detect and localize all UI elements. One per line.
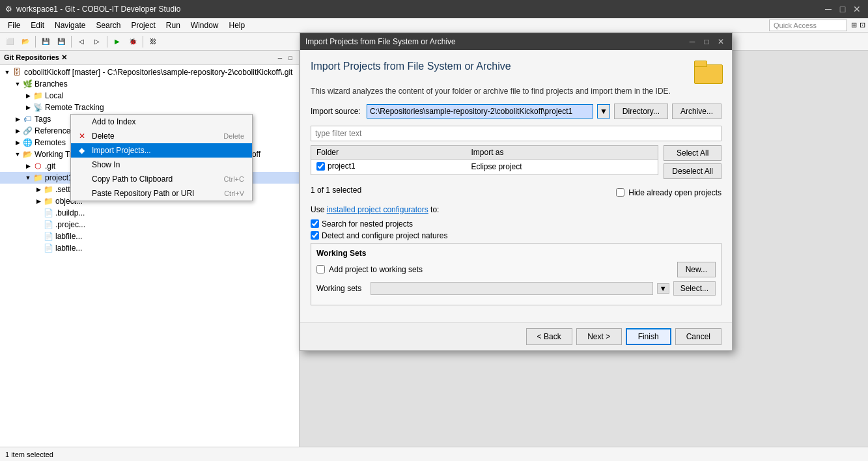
new-working-set-btn[interactable]: New... [677,262,716,277]
detect-natures-row: Detect and configure project natures [311,231,721,240]
titlebar-controls[interactable]: ─ □ ✕ [822,3,863,15]
menu-navigate[interactable]: Navigate [49,20,91,31]
modal-heading: Import Projects from File System or Arch… [311,61,511,72]
close-btn[interactable]: ✕ [851,3,863,15]
archive-btn[interactable]: Archive... [672,104,721,119]
working-tree-toggle[interactable]: ▼ [13,150,22,159]
panel-maximize-icon[interactable]: □ [286,53,295,63]
row-checkbox[interactable] [316,162,325,171]
add-to-working-sets-checkbox[interactable] [316,265,325,273]
object-toggle[interactable]: ▶ [34,197,43,206]
file-table-area: Folder Import as project1 [311,145,721,180]
menu-run[interactable]: Run [161,20,186,31]
working-sets-add-row: Add project to working sets New... [316,262,716,277]
local-icon: 📁 [33,91,43,101]
hide-checkbox[interactable] [616,188,624,197]
remote-tracking-toggle[interactable]: ▶ [23,103,33,112]
left-panel: Git Repositories ✕ ─ □ ▼ 🗄 cobolitKickof… [0,51,300,447]
modal-footer: < Back Next > Finish Cancel [300,322,732,350]
finish-btn[interactable]: Finish [626,328,671,345]
remote-tracking-label: Remote Tracking [45,103,104,112]
nested-checkbox[interactable] [311,219,319,228]
context-menu-import-projects[interactable]: ◆ Import Projects... [71,143,252,158]
context-menu-add-index[interactable]: Add to Index [71,115,252,129]
tree-local[interactable]: ▶ 📁 Local [0,90,299,102]
modal-maximize-btn[interactable]: □ [701,36,712,48]
working-sets-input[interactable] [371,282,653,295]
context-menu-show-in[interactable]: Show In [71,158,252,172]
local-label: Local [45,91,64,100]
import-source-dropdown[interactable]: ▼ [597,104,610,119]
settings-toggle[interactable]: ▶ [34,185,43,194]
buildp-toggle [34,208,43,217]
filter-input[interactable] [311,126,721,141]
toolbar-extra-icon2[interactable]: ⊡ [860,21,865,29]
tree-labfile1[interactable]: 📄 labfile... [0,230,299,242]
tree-buildp[interactable]: 📄 .buildp... [0,207,299,219]
context-menu-delete[interactable]: ✕ Delete Delete [71,129,252,143]
tree-repo[interactable]: ▼ 🗄 cobolitKickoff [master] - C:\Reposit… [0,66,299,78]
toolbar-run-btn[interactable]: ▶ [110,35,124,49]
buildp-icon: 📄 [43,208,53,218]
toolbar-fwd-btn[interactable]: ▷ [90,35,104,49]
import-source-input[interactable] [367,104,593,119]
installed-link[interactable]: installed project configurators [327,205,428,214]
nested-projects-row: Search for nested projects [311,219,721,229]
project1-toggle[interactable]: ▼ [23,173,33,182]
menu-search[interactable]: Search [91,20,126,31]
toolbar-open-btn[interactable]: 📂 [18,35,33,49]
menubar: File Edit Navigate Search Project Run Wi… [0,18,868,33]
menu-project[interactable]: Project [126,20,160,31]
menu-help[interactable]: Help [224,20,251,31]
working-sets-dropdown[interactable]: ▼ [657,283,669,294]
quick-access-box[interactable]: Quick Access [769,20,847,31]
remote-tracking-icon: 📡 [33,102,43,113]
menu-file[interactable]: File [3,20,25,31]
branches-toggle[interactable]: ▼ [13,79,22,89]
working-sets-section: Working Sets Add project to working sets… [311,243,721,305]
references-toggle[interactable]: ▶ [13,126,22,135]
context-menu-copy-path[interactable]: Copy Path to Clipboard Ctrl+C [71,172,252,186]
context-menu[interactable]: Add to Index ✕ Delete Delete ◆ Import Pr… [70,114,253,201]
tree-labfile2[interactable]: 📄 labfile... [0,242,299,254]
tree-projec[interactable]: 📄 .projec... [0,219,299,230]
toolbar-extra-icon1[interactable]: ⊞ [851,21,857,29]
add-to-working-sets-label: Add project to working sets [329,265,423,274]
maximize-btn[interactable]: □ [837,3,848,15]
detect-label: Detect and configure project natures [322,231,447,240]
deselect-all-btn[interactable]: Deselect All [664,163,721,179]
remotes-toggle[interactable]: ▶ [13,138,22,147]
git-toggle[interactable]: ▶ [23,161,33,171]
tree-branches[interactable]: ▼ 🌿 Branches [0,78,299,90]
modal-minimize-btn[interactable]: ─ [686,36,698,48]
panel-minimize-icon[interactable]: ─ [275,53,285,63]
toolbar-sep3 [107,36,107,48]
panel-header-controls[interactable]: ─ □ [275,53,295,63]
context-menu-paste-uri[interactable]: Paste Repository Path or URI Ctrl+V [71,186,252,201]
next-btn[interactable]: Next > [576,328,622,345]
tree-remote-tracking[interactable]: ▶ 📡 Remote Tracking [0,102,299,113]
toolbar-debug-btn[interactable]: 🐞 [126,35,140,49]
toolbar-back-btn[interactable]: ◁ [74,35,89,49]
settings-icon: 📁 [43,184,53,195]
toolbar-new-btn[interactable]: ⬜ [3,35,17,49]
select-working-set-btn[interactable]: Select... [673,281,716,296]
cancel-btn[interactable]: Cancel [675,328,721,345]
directory-btn[interactable]: Directory... [614,104,668,119]
select-all-btn[interactable]: Select All [664,145,721,161]
toolbar-saveall-btn[interactable]: 💾 [54,35,68,49]
modal-close-btn[interactable]: ✕ [715,36,727,48]
menu-edit[interactable]: Edit [25,20,49,31]
tags-toggle[interactable]: ▶ [13,115,22,124]
local-toggle[interactable]: ▶ [23,91,33,100]
toolbar-git-btn[interactable]: ⛓ [146,35,160,49]
labfile1-label: labfile... [55,232,82,241]
delete-icon: ✕ [79,132,88,141]
modal-titlebar-controls[interactable]: ─ □ ✕ [686,36,727,48]
toolbar-save-btn[interactable]: 💾 [38,35,53,49]
back-btn[interactable]: < Back [526,328,572,345]
minimize-btn[interactable]: ─ [822,3,834,15]
repo-toggle[interactable]: ▼ [3,68,12,77]
menu-window[interactable]: Window [186,20,224,31]
detect-checkbox[interactable] [311,231,319,240]
